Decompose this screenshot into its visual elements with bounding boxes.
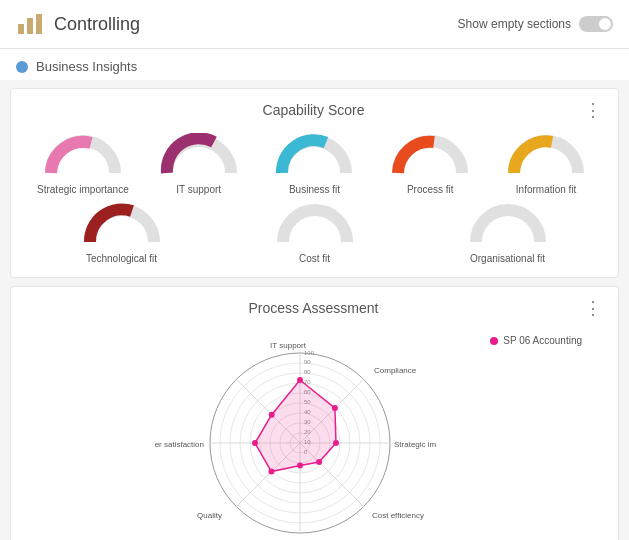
svg-text:Quality: Quality (197, 511, 222, 520)
process-card: Process Assessment ⋮ SP 06 Accounting (10, 286, 619, 540)
gauge-info (506, 133, 586, 177)
svg-rect-2 (36, 14, 42, 34)
capability-item-it: IT support (143, 133, 255, 196)
capability-grid-top: Strategic importance IT support Business… (27, 133, 602, 196)
app-icon (16, 10, 44, 38)
section-title: Business Insights (36, 59, 137, 74)
cap-label-info: Information fit (516, 183, 577, 196)
gauge-strategic (43, 133, 123, 177)
capability-item-tech: Technological fit (27, 202, 216, 265)
empty-sections-toggle[interactable] (579, 16, 613, 32)
svg-point-46 (268, 412, 274, 418)
svg-rect-0 (18, 24, 24, 34)
svg-text:Compliance: Compliance (374, 366, 417, 375)
header-left: Controlling (16, 10, 140, 38)
capability-grid-bottom: Technological fit Cost fit Organisationa… (27, 202, 602, 265)
cap-label-org: Organisational fit (470, 252, 545, 265)
gauge-it (159, 133, 239, 177)
process-more-button[interactable]: ⋮ (584, 299, 602, 317)
capability-more-button[interactable]: ⋮ (584, 101, 602, 119)
capability-item-process: Process fit (374, 133, 486, 196)
svg-rect-1 (27, 18, 33, 34)
svg-point-39 (297, 377, 303, 383)
app-header: Controlling Show empty sections (0, 0, 629, 49)
svg-point-43 (297, 463, 303, 469)
capability-item-business: Business fit (259, 133, 371, 196)
svg-point-45 (252, 440, 258, 446)
cap-label-it: IT support (176, 183, 221, 196)
legend-label: SP 06 Accounting (503, 335, 582, 346)
legend-dot (490, 337, 498, 345)
radar-container: SP 06 Accounting (27, 331, 602, 540)
svg-point-44 (268, 469, 274, 475)
svg-point-41 (333, 440, 339, 446)
svg-text:90: 90 (304, 359, 311, 365)
capability-card: Capability Score ⋮ Strategic importance … (10, 88, 619, 278)
header-right: Show empty sections (458, 16, 613, 32)
svg-point-40 (331, 405, 337, 411)
gauge-org (468, 202, 548, 246)
svg-point-42 (316, 459, 322, 465)
toggle-label: Show empty sections (458, 17, 571, 31)
capability-item-info: Information fit (490, 133, 602, 196)
capability-card-title: Capability Score (43, 102, 584, 118)
cap-label-process: Process fit (407, 183, 454, 196)
svg-text:80: 80 (304, 369, 311, 375)
radar-legend: SP 06 Accounting (490, 335, 582, 346)
gauge-business (274, 133, 354, 177)
cap-label-strategic: Strategic importance (37, 183, 129, 196)
cap-label-tech: Technological fit (86, 252, 157, 265)
capability-item-org: Organisational fit (413, 202, 602, 265)
svg-text:Cost efficiency: Cost efficiency (372, 511, 424, 520)
gauge-process (390, 133, 470, 177)
process-card-header: Process Assessment ⋮ (27, 299, 602, 317)
gauge-cost (275, 202, 355, 246)
capability-item-cost: Cost fit (220, 202, 409, 265)
svg-text:IT support: IT support (270, 341, 307, 350)
radar-chart: 100 90 80 70 60 50 40 30 20 10 0 IT supp… (145, 331, 485, 540)
section-header: Business Insights (0, 49, 629, 80)
svg-text:er satisfaction: er satisfaction (154, 440, 203, 449)
capability-item-strategic: Strategic importance (27, 133, 139, 196)
section-dot (16, 61, 28, 73)
gauge-tech (82, 202, 162, 246)
cap-label-cost: Cost fit (299, 252, 330, 265)
svg-text:100: 100 (304, 350, 315, 356)
capability-card-header: Capability Score ⋮ (27, 101, 602, 119)
page-title: Controlling (54, 14, 140, 35)
process-card-title: Process Assessment (43, 300, 584, 316)
svg-marker-38 (255, 380, 336, 472)
svg-text:Strategic im: Strategic im (394, 440, 437, 449)
cap-label-business: Business fit (289, 183, 340, 196)
